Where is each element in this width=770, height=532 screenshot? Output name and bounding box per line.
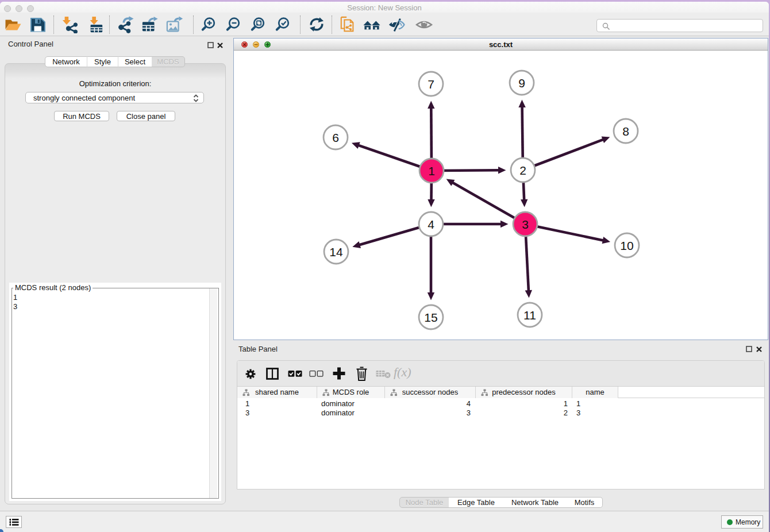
svg-text:14: 14 (329, 245, 343, 259)
svg-text:6: 6 (332, 131, 339, 144)
svg-text:4: 4 (428, 218, 434, 231)
svg-text:11: 11 (523, 309, 536, 322)
svg-text:1: 1 (428, 164, 435, 178)
svg-text:15: 15 (424, 311, 437, 324)
svg-text:9: 9 (518, 76, 525, 90)
svg-text:7: 7 (428, 78, 434, 91)
svg-text:2: 2 (519, 164, 526, 177)
svg-text:8: 8 (622, 125, 629, 138)
svg-text:10: 10 (620, 239, 633, 252)
svg-text:3: 3 (522, 218, 529, 231)
